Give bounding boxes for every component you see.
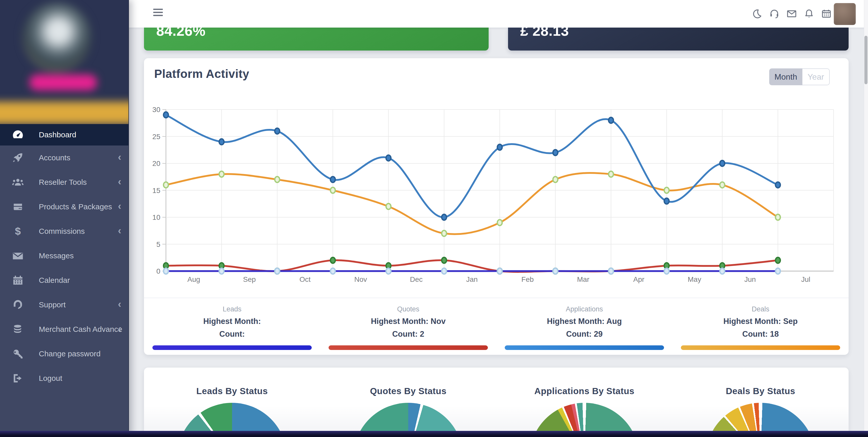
legend-count: Count: 18 <box>673 330 848 339</box>
svg-text:Jan: Jan <box>466 275 478 283</box>
logout-icon <box>11 371 25 385</box>
headset-icon[interactable] <box>769 8 780 20</box>
envelope-icon <box>11 249 25 263</box>
svg-text:Jul: Jul <box>801 275 810 283</box>
legend-color-bar <box>681 345 840 350</box>
sidebar-item-label: Dashboard <box>39 130 76 139</box>
toggle-month-button[interactable]: Month <box>769 68 802 85</box>
chevron-left-icon: ‹ <box>118 201 121 211</box>
sidebar-item-logout[interactable]: Logout <box>0 366 128 391</box>
legend-series-name: Quotes <box>320 305 496 313</box>
sidebar-item-change-password[interactable]: Change password <box>0 342 128 366</box>
status-title-quotes-by-status: Quotes By Status <box>320 386 496 396</box>
chevron-left-icon: ‹ <box>118 152 121 162</box>
summary-card-green: 84.26% <box>144 28 489 51</box>
sidebar-item-label: Merchant Cash Advance <box>39 325 122 334</box>
bell-icon[interactable] <box>803 8 815 20</box>
chart-title: Platform Activity <box>154 67 249 81</box>
svg-text:May: May <box>688 275 701 283</box>
topbar-icons <box>751 0 832 28</box>
legend-leads: LeadsHighest Month:Count: <box>144 301 320 350</box>
legend-series-name: Leads <box>144 305 320 313</box>
summary-amount: £ 28.13 <box>520 28 848 39</box>
legend-highest-month: Highest Month: Sep <box>673 317 848 326</box>
toggle-year-button[interactable]: Year <box>802 68 830 85</box>
sidebar-item-label: Logout <box>39 374 62 383</box>
sidebar-item-label: Messages <box>39 251 74 260</box>
sidebar-item-dashboard[interactable]: Dashboard <box>0 124 128 146</box>
svg-text:5: 5 <box>156 241 160 248</box>
svg-text:0: 0 <box>156 267 160 275</box>
sidebar-item-label: Products & Packages <box>39 202 112 211</box>
avatar[interactable] <box>834 3 856 25</box>
legend-deals: DealsHighest Month: SepCount: 18 <box>673 301 848 350</box>
rocket-icon <box>11 151 25 165</box>
divider <box>144 298 848 298</box>
svg-text:Dec: Dec <box>410 275 423 283</box>
legend-count: Count: 2 <box>320 330 496 339</box>
svg-text:Feb: Feb <box>521 275 533 283</box>
logo-emblem <box>23 3 91 71</box>
sidebar-item-support[interactable]: Support‹ <box>0 292 128 317</box>
sidebar-item-label: Change password <box>39 349 101 358</box>
bottom-band <box>0 431 868 437</box>
chart-legend: LeadsHighest Month:Count:QuotesHighest M… <box>144 301 848 350</box>
legend-series-name: Applications <box>496 305 673 313</box>
sidebar-item-messages[interactable]: Messages <box>0 244 128 268</box>
status-titles: Leads By StatusQuotes By StatusApplicati… <box>144 386 848 396</box>
legend-quotes: QuotesHighest Month: NovCount: 2 <box>320 301 496 350</box>
sidebar-item-label: Commissions <box>39 227 85 236</box>
dollar-icon: $ <box>11 224 25 239</box>
sidebar-item-label: Support <box>39 301 66 309</box>
platform-activity-card: Platform Activity Month Year 05101520253… <box>144 58 848 355</box>
moon-icon[interactable] <box>751 8 763 20</box>
status-title-applications-by-status: Applications By Status <box>496 386 673 396</box>
svg-text:Apr: Apr <box>633 275 645 283</box>
sidebar: DashboardAccounts‹Reseller Tools‹Product… <box>0 0 129 437</box>
users-icon <box>11 175 25 189</box>
svg-text:10: 10 <box>152 213 160 221</box>
legend-count: Count: <box>144 330 320 339</box>
legend-color-bar <box>152 345 312 350</box>
headset-icon <box>11 298 25 312</box>
legend-series-name: Deals <box>673 305 848 313</box>
chevron-left-icon: ‹ <box>118 323 121 334</box>
avatar-image <box>834 3 856 25</box>
scrollbar <box>864 0 868 437</box>
svg-text:15: 15 <box>152 187 160 194</box>
period-toggle: Month Year <box>769 68 830 85</box>
status-title-leads-by-status: Leads By Status <box>144 386 320 396</box>
legend-highest-month: Highest Month: Nov <box>320 317 496 326</box>
svg-text:25: 25 <box>152 133 160 141</box>
sidebar-item-commissions[interactable]: $Commissions‹ <box>0 219 128 244</box>
calendar-icon[interactable] <box>820 8 832 20</box>
sidebar-item-accounts[interactable]: Accounts‹ <box>0 146 128 170</box>
scrollbar-thumb[interactable] <box>864 36 867 84</box>
summary-card-dark: £ 28.13 <box>508 28 848 51</box>
logo-button <box>29 74 97 90</box>
sidebar-item-products-packages[interactable]: Products & Packages‹ <box>0 194 128 219</box>
chevron-left-icon: ‹ <box>118 225 121 236</box>
svg-text:$: $ <box>15 225 21 237</box>
logo-image <box>0 0 128 124</box>
chevron-left-icon: ‹ <box>118 176 121 187</box>
svg-text:20: 20 <box>152 159 160 167</box>
sidebar-item-label: Accounts <box>39 153 70 162</box>
sidebar-item-reseller-tools[interactable]: Reseller Tools‹ <box>0 170 128 194</box>
svg-text:Jun: Jun <box>744 275 756 283</box>
sidebar-item-merchant-cash-advance[interactable]: Merchant Cash Advance‹ <box>0 317 128 342</box>
summary-percentage: 84.26% <box>156 28 489 39</box>
sidebar-item-label: Reseller Tools <box>39 178 87 187</box>
legend-highest-month: Highest Month: Aug <box>496 317 673 326</box>
gauge-icon <box>11 128 25 142</box>
sidebar-item-calendar[interactable]: Calendar <box>0 268 128 292</box>
line-chart: 051015202530AugSepOctNovDecJanFebMarAprM… <box>151 102 840 288</box>
status-title-deals-by-status: Deals By Status <box>673 386 848 396</box>
logo-gold-band <box>0 102 128 124</box>
envelope-icon[interactable] <box>786 8 798 20</box>
svg-text:Sep: Sep <box>243 275 256 283</box>
svg-text:Oct: Oct <box>300 275 311 283</box>
hamburger-menu-icon[interactable] <box>153 9 163 19</box>
legend-count: Count: 29 <box>496 330 673 339</box>
svg-text:Aug: Aug <box>187 275 200 283</box>
